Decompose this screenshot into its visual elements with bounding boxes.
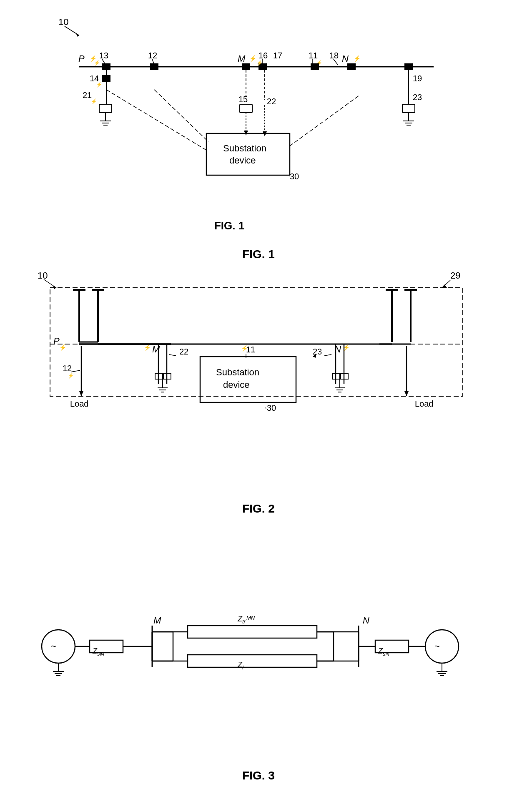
fig2-load-right: Load	[415, 399, 434, 408]
svg-line-72	[324, 354, 331, 356]
fig3-M-label: M	[153, 615, 161, 626]
fig1-substation-box	[206, 133, 290, 175]
fig3-right-source	[425, 630, 459, 663]
svg-marker-42	[442, 284, 447, 288]
fig1-ref19: 19	[413, 74, 422, 83]
svg-text:⚡: ⚡	[96, 81, 102, 88]
fig1-switch2	[150, 63, 158, 70]
fig1-ref30: 30	[290, 172, 299, 181]
svg-text:⚡: ⚡	[59, 344, 67, 351]
fig1-ref18: 18	[329, 51, 339, 60]
svg-line-60	[169, 354, 176, 356]
fig2-ref30: 30	[267, 403, 276, 412]
fig1-switch5	[311, 63, 319, 70]
svg-text:⚡: ⚡	[94, 60, 100, 66]
fig1-P-label: P	[78, 53, 85, 64]
fig1-ref22: 22	[267, 97, 276, 106]
svg-marker-89	[404, 391, 409, 396]
fig1-label-div: FIG. 1	[25, 248, 492, 261]
svg-line-38	[154, 90, 208, 142]
fig1-label: FIG. 1	[214, 219, 244, 232]
fig1-switch7	[404, 63, 413, 70]
svg-marker-56	[79, 391, 83, 396]
svg-text:⚡: ⚡	[241, 345, 248, 352]
svg-text:~: ~	[434, 641, 440, 651]
fig1-N-label: N	[342, 53, 349, 64]
fig1-ref11: 11	[309, 51, 318, 60]
svg-line-37	[290, 96, 359, 146]
svg-text:⚡: ⚡	[91, 98, 97, 104]
fig3-N-label: N	[363, 615, 369, 626]
fig1-M-label: M	[238, 53, 246, 64]
fig1-substation-label1: Substation	[223, 143, 266, 153]
fig3-ZsM-sub: sM	[97, 651, 105, 657]
fig2-substation-label1: Substation	[216, 367, 259, 377]
fig3-Ztr-box	[188, 626, 317, 638]
svg-text:⚡: ⚡	[68, 372, 74, 379]
svg-text:⚡: ⚡	[144, 344, 151, 351]
fig3-ZsN-sub: sN	[383, 651, 390, 657]
fig2-svg: 10 29 P ⚡	[25, 267, 492, 500]
svg-line-54	[71, 370, 80, 372]
svg-text:⚡: ⚡	[249, 55, 257, 62]
fig3-Ztr-sub: tr	[242, 618, 246, 625]
fig2-ref23: 23	[313, 347, 322, 356]
fig2-ref22: 22	[179, 347, 188, 356]
fig1-ref16: 16	[258, 51, 268, 60]
fig2-P-label: P	[53, 336, 60, 346]
fig1-switch3	[242, 63, 250, 70]
fig2-substation-label2: device	[223, 380, 250, 390]
fig1-ref15: 15	[238, 95, 248, 104]
fig1-ref17: 17	[273, 51, 282, 60]
svg-line-36	[106, 90, 206, 150]
fig1-ref10: 10	[58, 17, 68, 27]
fig1-substation-label2: device	[229, 155, 256, 166]
fig1-switch14	[102, 75, 110, 82]
fig1-ref23: 23	[413, 93, 422, 102]
fig1-container: 10 P ⚡ M ⚡ N ⚡ 13 ⚡ 12	[25, 13, 492, 254]
fig2-boundary-box	[50, 288, 463, 396]
svg-rect-30	[402, 104, 415, 113]
svg-rect-23	[240, 104, 252, 113]
fig1-svg: 10 P ⚡ M ⚡ N ⚡ 13 ⚡ 12	[25, 13, 492, 246]
fig3-label-div: FIG. 3	[25, 769, 492, 782]
fig3-Ztr-sup: MN	[246, 615, 255, 621]
fig1-ref13: 13	[99, 51, 108, 60]
fig2-container: 10 29 P ⚡	[25, 267, 492, 513]
fig2-load-left: Load	[70, 399, 89, 408]
svg-line-0	[65, 26, 79, 35]
fig1-switch1	[102, 63, 110, 70]
fig1-ref21: 21	[83, 91, 92, 100]
svg-text:⚡: ⚡	[354, 55, 361, 62]
fig1-switch6	[347, 63, 356, 70]
fig2-ref12: 12	[63, 364, 72, 373]
fig3-container: ~ Z sM M Z tr	[25, 534, 492, 784]
fig3-svg: ~ Z sM M Z tr	[25, 534, 492, 767]
fig2-label-div: FIG. 2	[25, 502, 492, 515]
fig2-ref29: 29	[450, 270, 460, 281]
fig3-left-source	[42, 630, 75, 663]
svg-line-67	[266, 407, 266, 409]
fig3-Zl-box	[188, 655, 317, 667]
svg-rect-17	[99, 104, 112, 113]
page-container: 10 P ⚡ M ⚡ N ⚡ 13 ⚡ 12	[0, 0, 517, 812]
svg-text:⚡: ⚡	[256, 60, 263, 66]
svg-text:~: ~	[51, 641, 56, 651]
fig2-ref10: 10	[38, 270, 48, 281]
fig1-ref12: 12	[148, 51, 157, 60]
